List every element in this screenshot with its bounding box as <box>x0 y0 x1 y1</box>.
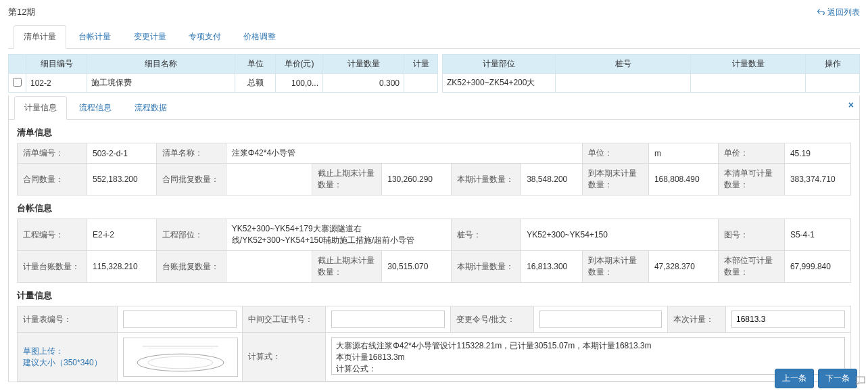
back-label: 返回列表 <box>827 7 860 18</box>
jl-mid-cert-cell <box>326 306 451 333</box>
main-tabs: 清单计量 台帐计量 变更计量 专项支付 价格调整 <box>8 24 860 49</box>
tz-this-qty: 16,813.300 <box>521 251 583 283</box>
tab-measure-info[interactable]: 计量信息 <box>14 96 67 120</box>
tz-proj-code: E2-i-2 <box>87 219 156 251</box>
back-to-list-link[interactable]: 返回列表 <box>817 7 860 18</box>
col-item-name: 细目名称 <box>87 55 235 74</box>
cell-ops <box>806 74 860 93</box>
tz-drawing-label: 图号： <box>718 219 784 251</box>
sketch-thumbnail[interactable] <box>123 338 238 377</box>
tab-price-adjust[interactable]: 价格调整 <box>233 25 286 48</box>
col-checkbox <box>9 55 26 74</box>
cell-qty: 0.300 <box>323 74 404 93</box>
right-data-table: 计量部位 桩号 计量数量 操作 ZK52+300~ZK54+200大 <box>442 54 860 93</box>
qd-price: 45.19 <box>784 143 850 164</box>
return-icon <box>817 7 825 18</box>
tab-ledger-measure[interactable]: 台帐计量 <box>68 25 121 48</box>
jl-this-qty-cell <box>725 306 850 333</box>
jl-upload-cell: 草图上传： 建议大小（350*340） <box>18 333 118 382</box>
jl-table-code-cell <box>117 306 242 333</box>
jl-change-no-label: 变更令号/批文： <box>451 306 534 333</box>
qd-prev-end-label: 截止上期末计量数量： <box>312 164 382 196</box>
tz-can: 67,999.840 <box>784 251 850 283</box>
tab-change-measure[interactable]: 变更计量 <box>124 25 176 48</box>
col-item-code: 细目编号 <box>26 55 87 74</box>
cell-code: 102-2 <box>26 74 87 93</box>
jl-this-qty-input[interactable] <box>731 310 845 328</box>
col-price: 单价(元) <box>276 55 323 74</box>
qd-name-label: 清单名称： <box>156 143 226 164</box>
tz-prev-end: 30,515.070 <box>382 251 452 283</box>
jl-table-code-input[interactable] <box>123 310 237 328</box>
formula-textarea[interactable] <box>331 337 845 375</box>
svg-point-1 <box>148 356 213 369</box>
col-calc: 计量 <box>404 55 438 74</box>
jl-formula-cell <box>326 333 851 382</box>
cell-stake <box>556 74 691 93</box>
qd-price-label: 单价： <box>718 143 784 164</box>
chat-icon[interactable] <box>854 375 867 387</box>
jl-mid-cert-label: 中间交工证书号： <box>242 306 325 333</box>
tz-this-qty-label: 本期计量数量： <box>452 251 521 283</box>
jl-change-no-cell <box>534 306 667 333</box>
tz-proj-part: YK52+300~YK54+179大寨源隧道右线/YK52+300~YK54+1… <box>226 219 451 251</box>
col-measure-part: 计量部位 <box>443 55 556 74</box>
qd-can: 383,374.710 <box>784 164 850 196</box>
qd-to-end: 168,808.490 <box>648 164 718 196</box>
next-record-button[interactable]: 下一条 <box>818 369 857 388</box>
tab-list-measure[interactable]: 清单计量 <box>14 25 66 49</box>
tz-ledger-qty-label: 计量台账数量： <box>18 251 87 283</box>
table-row[interactable]: ZK52+300~ZK54+200大 <box>443 74 860 93</box>
section-title-qd: 清单信息 <box>9 120 859 143</box>
upload-hint: 建议大小（350*340） <box>23 358 102 367</box>
qd-info-table: 清单编号： 503-2-d-1 清单名称： 注浆Φ42*4小导管 单位： m 单… <box>17 143 851 196</box>
qd-prev-end: 130,260.290 <box>382 164 452 196</box>
tz-stake-label: 桩号： <box>452 219 521 251</box>
cell-calc <box>404 74 438 93</box>
footer-actions: 上一条 下一条 <box>775 369 857 388</box>
tz-proj-part-label: 工程部位： <box>156 219 226 251</box>
page-title: 第12期 <box>8 6 35 18</box>
tz-drawing: S5-4-1 <box>784 219 850 251</box>
qd-name: 注浆Φ42*4小导管 <box>226 143 582 164</box>
qd-code: 503-2-d-1 <box>87 143 156 164</box>
jl-change-no-input[interactable] <box>539 310 661 328</box>
jl-mid-cert-input[interactable] <box>331 310 445 328</box>
table-row[interactable]: 102-2 施工境保费 总额 100,0... 0.300 <box>9 74 438 93</box>
close-icon[interactable]: × <box>848 99 854 110</box>
table-header-row: 细目编号 细目名称 单位 单价(元) 计量数量 计量 <box>9 55 438 74</box>
cell-qty <box>691 74 806 93</box>
jl-table-code-label: 计量表编号： <box>18 306 118 333</box>
qd-to-end-label: 到本期末计量数量： <box>582 164 648 196</box>
tz-ledger-approved <box>226 251 312 283</box>
tz-info-table: 工程编号： E2-i-2 工程部位： YK52+300~YK54+179大寨源隧… <box>17 218 851 283</box>
col-unit: 单位 <box>235 55 276 74</box>
jl-info-table: 计量表编号： 中间交工证书号： 变更令号/批文： 本次计量： 草图上传： 建议大… <box>17 306 851 382</box>
sketch-upload-link[interactable]: 草图上传： <box>23 346 64 356</box>
prev-record-button[interactable]: 上一条 <box>775 369 814 388</box>
tz-can-label: 本部位可计量数量： <box>718 251 784 283</box>
tz-proj-code-label: 工程编号： <box>18 219 87 251</box>
jl-thumb-cell <box>117 333 242 382</box>
table-header-row: 计量部位 桩号 计量数量 操作 <box>443 55 860 74</box>
tz-stake: YK52+300~YK54+150 <box>521 219 719 251</box>
col-stake: 桩号 <box>556 55 691 74</box>
qd-this-qty-label: 本期计量数量： <box>452 164 521 196</box>
section-title-tz: 台帐信息 <box>9 196 859 218</box>
page-header: 第12期 返回列表 <box>0 0 868 24</box>
qd-can-label: 本清单可计量数量： <box>718 164 784 196</box>
jl-formula-label: 计算式： <box>242 333 325 382</box>
qd-unit: m <box>648 143 718 164</box>
cell-unit: 总额 <box>235 74 276 93</box>
jl-this-qty-label: 本次计量： <box>667 306 725 333</box>
cell-price: 100,0... <box>276 74 323 93</box>
row-checkbox[interactable] <box>13 78 22 87</box>
qd-this-qty: 38,548.200 <box>521 164 583 196</box>
cell-part: ZK52+300~ZK54+200大 <box>443 74 556 93</box>
qd-unit-label: 单位： <box>582 143 648 164</box>
section-title-jl: 计量信息 <box>9 283 859 306</box>
tab-special-pay[interactable]: 专项支付 <box>178 25 231 48</box>
tz-ledger-approved-label: 台账批复数量： <box>156 251 226 283</box>
tab-flow-info[interactable]: 流程信息 <box>69 96 122 119</box>
tab-flow-data[interactable]: 流程数据 <box>124 96 177 119</box>
